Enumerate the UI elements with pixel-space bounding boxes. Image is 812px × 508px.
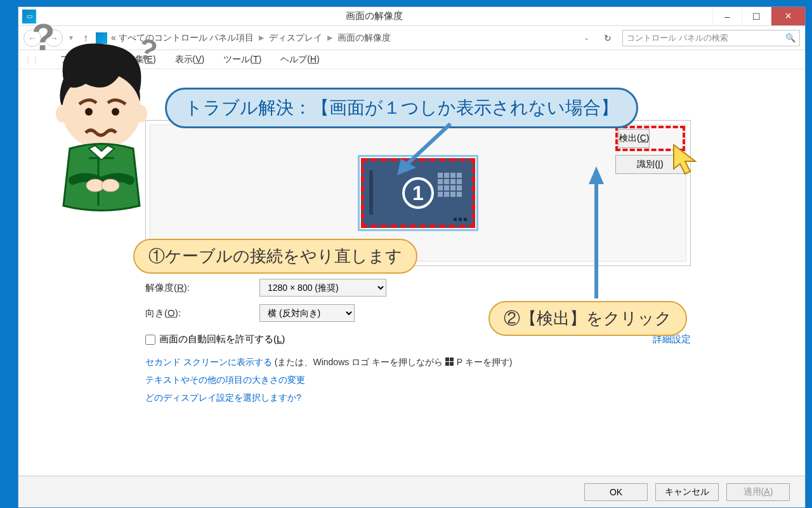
minimize-button[interactable]: –	[712, 7, 742, 25]
second-screen-hint: (または、Windows ロゴ キーを押しながら	[272, 357, 445, 367]
confused-character-icon: ? ?	[25, 15, 171, 212]
second-screen-hint2: P キーを押す)	[454, 357, 513, 367]
svg-text:?: ?	[32, 16, 55, 58]
dialog-footer: OK キャンセル 適用(A)	[18, 476, 805, 507]
callout-step2: ②【検出】をクリック	[488, 301, 687, 336]
text-size-link[interactable]: テキストやその他の項目の大きさの変更	[145, 375, 305, 385]
arrow-icon	[393, 121, 469, 184]
windows-logo-icon	[445, 358, 454, 366]
svg-point-11	[102, 179, 119, 192]
ok-button[interactable]: OK	[584, 483, 648, 501]
orientation-label: 向き(O):	[145, 307, 259, 319]
search-input[interactable]: コントロール パネルの検索 🔍	[622, 30, 800, 46]
maximize-button[interactable]: ☐	[742, 7, 771, 25]
callout-step1: ①ケーブルの接続をやり直します	[133, 239, 417, 274]
svg-point-6	[85, 108, 93, 116]
menu-view[interactable]: 表示(V)	[175, 54, 205, 65]
autorotate-checkbox[interactable]	[145, 335, 155, 345]
svg-text:?: ?	[135, 32, 161, 69]
apply-button[interactable]: 適用(A)	[726, 483, 790, 501]
detect-button[interactable]: 検出(C)	[619, 129, 650, 148]
svg-marker-2	[674, 145, 695, 174]
menu-help[interactable]: ヘルプ(H)	[280, 54, 319, 65]
cursor-icon	[672, 144, 703, 179]
which-display-link[interactable]: どのディスプレイ設定を選択しますか?	[145, 392, 301, 403]
path-dropdown[interactable]: ⌄	[580, 34, 593, 42]
svg-marker-0	[397, 159, 416, 175]
second-screen-link[interactable]: セカンド スクリーンに表示する	[145, 357, 272, 367]
breadcrumb-item[interactable]: ディスプレイ	[269, 32, 322, 44]
svg-point-7	[112, 108, 119, 116]
svg-point-8	[56, 105, 69, 123]
menu-tools[interactable]: ツール(T)	[223, 54, 261, 65]
svg-marker-1	[589, 166, 604, 184]
search-icon: 🔍	[785, 33, 796, 43]
breadcrumb-sep: ▶	[258, 34, 265, 42]
svg-point-9	[134, 105, 147, 123]
resolution-select[interactable]: 812 × 508 (推奨)	[259, 279, 386, 297]
arrow-icon	[577, 165, 615, 305]
resolution-label: 解像度(R):	[145, 282, 259, 294]
breadcrumb-item[interactable]: 画面の解像度	[337, 32, 391, 44]
close-button[interactable]: ×	[771, 7, 805, 25]
breadcrumb-sep: ▶	[326, 34, 334, 42]
cancel-button[interactable]: キャンセル	[655, 483, 719, 501]
autorotate-label: 画面の自動回転を許可する(L)	[159, 333, 285, 345]
refresh-button[interactable]: ↻	[597, 32, 619, 44]
orientation-select[interactable]: 横 (反対向き)	[259, 304, 355, 322]
search-placeholder: コントロール パネルの検索	[627, 32, 728, 44]
